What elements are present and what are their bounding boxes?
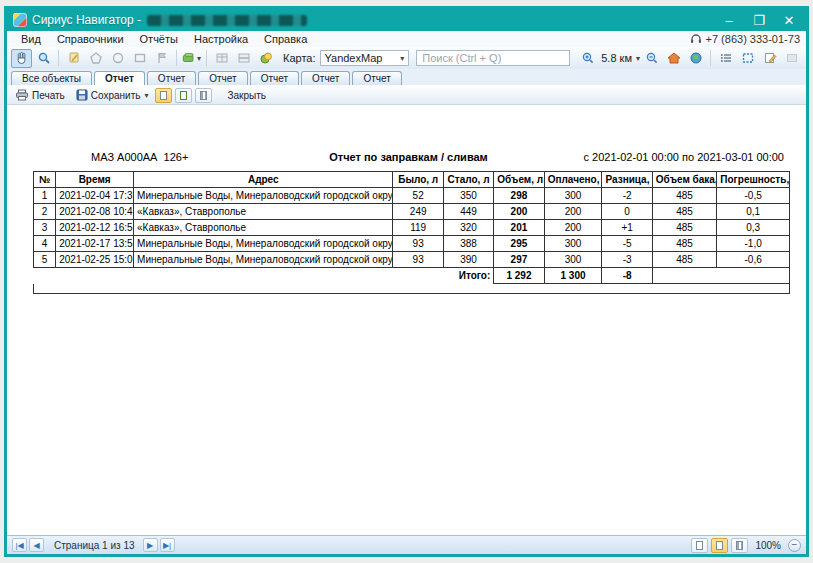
fit-page-icon	[180, 91, 187, 100]
save-button[interactable]: Сохранить ▾	[72, 88, 153, 102]
thumbnails-icon	[736, 541, 743, 550]
home-button[interactable]	[663, 49, 684, 68]
view-multi-page-button[interactable]	[195, 88, 212, 103]
table-row[interactable]: 4 2021-02-17 13:53 Минеральные Воды, Мин…	[34, 236, 790, 252]
menu-help[interactable]: Справка	[256, 33, 315, 45]
menu-directories[interactable]: Справочники	[49, 33, 132, 45]
tab-all-objects[interactable]: Все объекты	[11, 71, 92, 85]
list-button[interactable]	[715, 49, 736, 68]
cell-volume: 297	[494, 252, 544, 268]
cell-volume: 201	[494, 220, 544, 236]
view-page-layout-button[interactable]	[711, 538, 728, 553]
table-row[interactable]: 3 2021-02-12 16:57 «Кавказ», Ставрополье…	[34, 220, 790, 236]
cell-was: 52	[393, 188, 443, 204]
first-page-button[interactable]: |◀	[12, 538, 27, 552]
tab-report-5[interactable]: Отчет	[301, 71, 350, 85]
tab-report-6[interactable]: Отчет	[352, 71, 401, 85]
tab-report-2[interactable]: Отчет	[147, 71, 196, 85]
edit-note-button[interactable]	[759, 49, 780, 68]
cell-was: 93	[393, 252, 443, 268]
view-single-page-button[interactable]	[155, 88, 172, 103]
cell-error: -0,6	[717, 252, 790, 268]
tab-report-4[interactable]: Отчет	[250, 71, 299, 85]
zoom-level: 100%	[755, 540, 781, 551]
col-paid: Оплачено, л	[544, 172, 602, 188]
print-button[interactable]: Печать	[11, 88, 69, 102]
view-normal-button[interactable]	[691, 538, 708, 553]
zoom-in-button[interactable]	[577, 49, 598, 68]
table-row[interactable]: 5 2021-02-25 15:01 Минеральные Воды, Мин…	[34, 252, 790, 268]
map-label: Карта:	[283, 52, 316, 64]
last-page-button[interactable]: ▶|	[160, 538, 175, 552]
table-row[interactable]: 2 2021-02-08 10:48 «Кавказ», Ставрополье…	[34, 204, 790, 220]
multi-page-icon	[200, 91, 207, 100]
toolbar-separator	[206, 50, 207, 66]
cell-number: 4	[34, 236, 56, 252]
maximize-button[interactable]: ❐	[744, 10, 774, 30]
menu-settings[interactable]: Настройка	[186, 33, 256, 45]
disabled-tool-button	[781, 49, 802, 68]
draw-rectangle-button[interactable]	[129, 49, 150, 68]
selection-rect-button[interactable]	[737, 49, 758, 68]
split-view-button[interactable]	[233, 49, 254, 68]
cell-error: 0,3	[717, 220, 790, 236]
empty-footer-cell	[34, 284, 790, 294]
table-header-row: № Время Адрес Было, л Стало, л Объем, л …	[34, 172, 790, 188]
map-provider-select[interactable]: YandexMap ▾	[320, 50, 410, 66]
search-input[interactable]	[416, 50, 570, 66]
draw-circle-button[interactable]	[107, 49, 128, 68]
cell-became: 449	[443, 204, 493, 220]
cell-tank-volume: 485	[652, 204, 716, 220]
toolbar-separator	[176, 50, 177, 66]
flag-marker-button[interactable]	[151, 49, 172, 68]
draw-polygon-button[interactable]	[85, 49, 106, 68]
cell-number: 5	[34, 252, 56, 268]
print-button-label: Печать	[32, 90, 65, 101]
scale-dropdown-caret[interactable]: ▾	[636, 54, 640, 63]
cell-volume: 200	[494, 204, 544, 220]
cell-time: 2021-02-12 16:57	[56, 220, 134, 236]
layers-button[interactable]: ▾	[181, 49, 202, 68]
totals-row: Итого: 1 292 1 300 -8	[34, 268, 790, 284]
cell-tank-volume: 485	[652, 252, 716, 268]
view-thumbnails-button[interactable]	[731, 538, 748, 553]
zoom-tool-button[interactable]	[33, 49, 54, 68]
pan-hand-tool-button[interactable]	[11, 49, 32, 68]
tab-report-3[interactable]: Отчет	[198, 71, 247, 85]
col-time: Время	[56, 172, 134, 188]
cell-difference: 0	[602, 204, 652, 220]
app-icon	[13, 13, 27, 27]
report-title: Отчет по заправкам / сливам	[329, 151, 488, 163]
col-address: Адрес	[134, 172, 393, 188]
cell-was: 119	[393, 220, 443, 236]
table-row[interactable]: 1 2021-02-04 17:39 Минеральные Воды, Мин…	[34, 188, 790, 204]
report-toolbar: Печать Сохранить ▾ Закрыть	[7, 85, 806, 105]
cell-address: Минеральные Воды, Минераловодский городс…	[134, 188, 393, 204]
cell-number: 2	[34, 204, 56, 220]
grid-view-button[interactable]	[211, 49, 232, 68]
menu-view[interactable]: Вид	[13, 33, 49, 45]
draw-pencil-button[interactable]	[63, 49, 84, 68]
cell-address: Минеральные Воды, Минераловодский городс…	[134, 236, 393, 252]
col-tank-volume: Объем бака, л	[652, 172, 716, 188]
cell-difference: -2	[602, 188, 652, 204]
window-title: Сириус Навигатор -	[32, 13, 141, 27]
status-bar: |◀ ◀ Страница 1 из 13 ▶ ▶| 100% −	[7, 535, 806, 554]
cell-difference: -5	[602, 236, 652, 252]
save-dropdown-caret[interactable]: ▾	[144, 91, 148, 100]
zoom-out-status-button[interactable]: −	[788, 539, 801, 552]
map-scale-value[interactable]: 5.8 км	[601, 52, 632, 64]
tab-report-active[interactable]: Отчет	[94, 71, 145, 85]
layers-dropdown-caret[interactable]: ▾	[197, 54, 201, 63]
next-page-button[interactable]: ▶	[143, 538, 158, 552]
globe-button[interactable]	[685, 49, 706, 68]
zoom-out-button[interactable]	[641, 49, 662, 68]
prev-page-button[interactable]: ◀	[29, 538, 44, 552]
coins-button[interactable]	[255, 49, 276, 68]
cell-volume: 295	[494, 236, 544, 252]
view-fit-page-button[interactable]	[175, 88, 192, 103]
close-button[interactable]: ✕	[774, 10, 804, 30]
menu-reports[interactable]: Отчёты	[132, 33, 186, 45]
close-report-button[interactable]: Закрыть	[223, 89, 270, 102]
minimize-button[interactable]: –	[714, 10, 744, 30]
